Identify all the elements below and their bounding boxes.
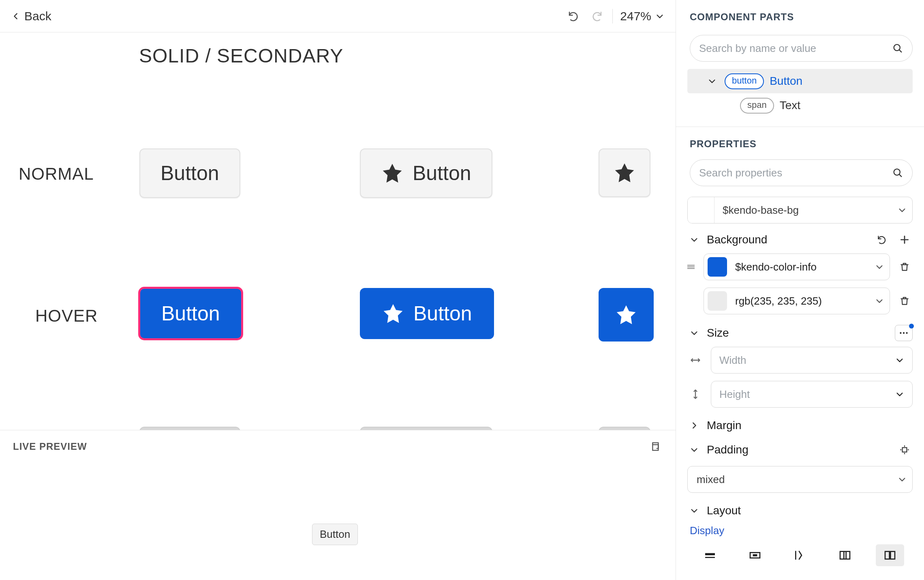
redo-button[interactable] [589,8,605,24]
back-button[interactable]: Back [11,9,51,23]
element-tag: span [740,98,774,114]
tree-node-label: Text [780,99,800,112]
demo-button-normal-icon-text[interactable]: Button [360,148,492,198]
display-toggle-group [676,543,924,566]
chevron-down-icon[interactable] [895,390,904,399]
delete-layer-button[interactable] [896,259,913,275]
trash-icon [899,262,910,272]
button-label: Button [413,302,472,325]
padding-section-header[interactable]: Padding [676,437,924,463]
chevron-down-icon[interactable] [892,475,912,484]
chevron-down-icon [690,445,699,454]
star-icon [382,302,404,325]
live-preview-title: LIVE PREVIEW [13,441,87,452]
properties-search[interactable] [690,159,913,186]
color-swatch-icon[interactable] [708,257,727,277]
width-input[interactable] [711,347,913,374]
background-layer-info[interactable]: $kendo-color-info [676,253,924,281]
drag-handle-icon[interactable] [685,262,697,272]
chevron-down-icon [708,77,717,86]
chevron-down-icon[interactable] [869,262,890,271]
display-inline-flex-icon [883,549,896,562]
display-option-flex[interactable] [831,544,859,566]
search-icon [892,167,903,178]
zoom-value: 247% [620,9,651,23]
chevron-down-icon [690,235,699,244]
restore-icon [649,441,660,452]
section-heading: SOLID / SECONDARY [139,45,343,67]
section-label: Padding [707,443,890,456]
section-label: Size [707,327,888,339]
undo-icon [567,10,580,22]
section-label: Layout [707,504,913,517]
back-label: Back [24,9,51,23]
demo-button-hover-icon[interactable] [599,288,654,342]
button-label: Button [161,302,220,325]
demo-button-normal-text[interactable]: Button [139,148,240,198]
chevron-down-icon [690,506,699,515]
demo-button-active-icon-text[interactable]: Button [360,427,492,430]
chevron-down-icon[interactable] [895,356,904,365]
demo-button-normal-icon[interactable] [599,148,650,197]
tree-node-span[interactable]: span Text [687,93,913,118]
demo-button-active-icon[interactable] [599,427,650,430]
section-label: Background [707,233,867,246]
properties-search-input[interactable] [699,167,892,179]
parts-search-input[interactable] [699,42,892,55]
twisty-icon[interactable] [708,77,719,86]
layout-section-header[interactable]: Layout [676,499,924,522]
button-label: Button [413,161,471,185]
display-label: Display [676,522,924,543]
star-icon [615,303,637,326]
expand-box-icon [899,445,910,455]
preview-button[interactable]: Button [312,524,358,545]
display-option-inline-flex[interactable] [876,544,904,566]
background-value: rgb(235, 235, 235) [727,295,869,307]
section-label: Margin [707,419,913,432]
delete-layer-button[interactable] [896,293,913,309]
star-icon [381,162,404,185]
chevron-down-icon[interactable] [892,206,912,215]
width-field[interactable] [719,354,895,367]
redo-icon [591,10,603,22]
base-bg-property[interactable]: $kendo-base-bg [687,197,913,223]
element-tag: button [725,73,764,89]
size-more-button[interactable] [895,325,913,341]
inspector-sidebar: COMPONENT PARTS button Button span Text … [676,0,924,580]
zoom-dropdown[interactable]: 247% [620,9,664,23]
display-option-block[interactable] [696,544,724,566]
color-swatch-icon[interactable] [708,291,727,311]
margin-section-header[interactable]: Margin [676,414,924,437]
undo-button[interactable] [565,8,582,24]
plus-icon [899,234,910,245]
arrow-vertical-icon [690,389,701,400]
background-layer-rgb[interactable]: rgb(235, 235, 235) [676,287,924,315]
display-option-inline[interactable] [786,544,814,566]
chevron-down-icon[interactable] [869,296,890,305]
demo-button-hover-icon-text[interactable]: Button [360,288,494,339]
reset-button[interactable] [874,232,890,248]
height-field[interactable] [719,388,895,401]
parts-search[interactable] [690,35,913,62]
display-option-inline-block[interactable] [741,544,769,566]
display-inline-icon [794,549,806,562]
demo-button-active-text[interactable]: Button [139,427,240,430]
design-canvas[interactable]: SOLID / SECONDARY NORMAL Button Button H… [0,32,676,430]
top-toolbar: Back 247% [0,0,676,32]
padding-value: mixed [688,473,892,486]
height-input[interactable] [711,381,913,408]
add-background-button[interactable] [896,232,913,248]
demo-button-hover-text-selected[interactable]: Button [139,288,242,339]
chevron-down-icon [690,329,699,337]
chevron-left-icon [11,12,20,21]
tree-node-button[interactable]: button Button [687,69,913,93]
size-section-header[interactable]: Size [676,320,924,346]
arrow-horizontal-icon [690,354,701,366]
padding-expand-button[interactable] [896,442,913,458]
padding-value-input[interactable]: mixed [687,466,913,493]
component-tree: button Button span Text [676,69,924,122]
state-label-hover: HOVER [35,306,98,326]
color-swatch-icon [688,197,714,223]
background-section-header[interactable]: Background [676,227,924,253]
restore-window-button[interactable] [646,438,663,455]
